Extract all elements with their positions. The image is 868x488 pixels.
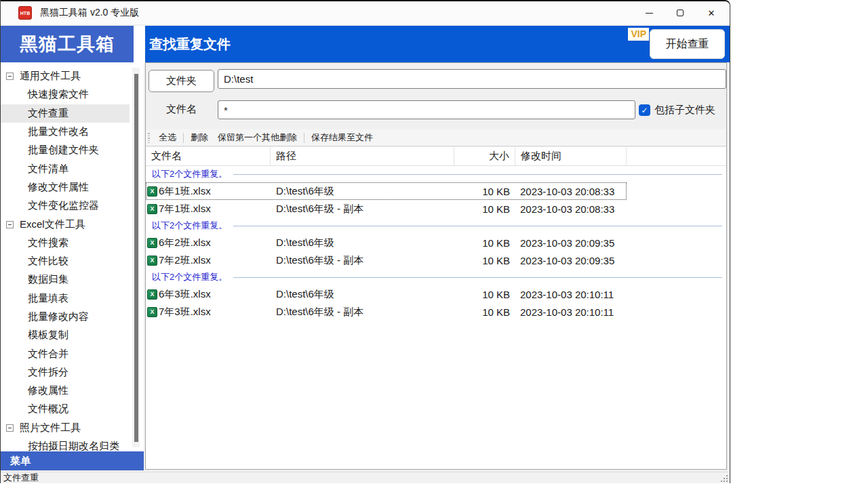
cell-size: 10 KB [454,237,515,249]
resize-grip-icon[interactable] [719,474,728,482]
table-row[interactable]: X7年1班.xlsxD:\test\6年级 - 副本10 KB2023-10-0… [146,200,627,218]
filename-text: 7年2班.xlsx [159,254,211,267]
cell-modified-time: 2023-10-03 20:09:35 [515,237,627,249]
close-icon: ✕ [708,8,715,18]
sidebar-item-label: 批量文件改名 [28,125,89,138]
column-header-time[interactable]: 修改时间 [515,147,627,165]
sidebar-item-1-7[interactable]: 文件拆分 [1,363,130,382]
duplicate-group-label: 以下2个文件重复。 [152,220,227,232]
sidebar-item-0-2[interactable]: 批量文件改名 [1,123,130,141]
sidebar-item-0-1[interactable]: 文件查重 [1,104,130,123]
status-bar: 文件查重 [1,472,730,483]
collapse-minus-icon[interactable] [6,221,14,228]
duplicate-group-header: 以下2个文件重复。 [146,166,726,182]
toolbar-button-0[interactable]: 全选 [154,131,181,145]
toolbar-button-1[interactable]: 删除 [186,131,213,145]
folder-path-input[interactable] [218,69,726,89]
maximize-button[interactable] [665,1,696,24]
sidebar-group-label: Excel文件工具 [20,218,85,231]
sidebar-item-1-6[interactable]: 文件合并 [1,344,130,363]
titlebar: HTB 黑猫工具箱 v2.0 专业版 ✕ [1,1,730,24]
cell-path: D:\test\6年级 [271,185,454,198]
table-row[interactable]: X6年1班.xlsxD:\test\6年级10 KB2023-10-03 20:… [146,182,627,200]
duplicate-group-label: 以下2个文件重复。 [152,168,227,180]
duplicate-group-header: 以下2个文件重复。 [146,218,726,234]
app-brand: 黑猫工具箱 [1,26,134,62]
column-header-path[interactable]: 路径 [271,147,454,165]
table-row[interactable]: X7年3班.xlsxD:\test\6年级 - 副本10 KB2023-10-0… [146,303,627,321]
table-row[interactable]: X6年3班.xlsxD:\test\6年级10 KB2023-10-03 20:… [146,285,627,303]
toolbar-button-3[interactable]: 保存结果至文件 [307,131,378,145]
cell-filename: X6年2班.xlsx [146,237,271,249]
sidebar-item-2-0[interactable]: 按拍摄日期改名归类 [1,437,130,451]
sidebar-item-0-0[interactable]: 快速搜索文件 [1,85,130,104]
menu-bar[interactable]: 菜单 [1,451,144,470]
excel-file-icon: X [147,186,157,197]
sidebar-group-label: 照片文件工具 [20,422,81,434]
cell-modified-time: 2023-10-03 20:10:11 [515,289,627,300]
sidebar-item-1-9[interactable]: 文件概况 [1,400,130,418]
cell-size: 10 KB [454,306,515,318]
screen: HTB 黑猫工具箱 v2.0 专业版 ✕ 黑猫工具箱 查找重复文件 VIP 开始… [0,0,868,488]
include-subfolders-checkbox[interactable]: ✓ [639,104,650,116]
cell-path: D:\test\6年级 - 副本 [271,203,454,216]
filename-label: 文件名 [149,100,214,119]
sidebar-item-1-5[interactable]: 模板复制 [1,326,130,344]
collapse-minus-icon[interactable] [6,73,14,80]
sidebar-item-label: 文件查重 [28,107,68,120]
group-separator-line [233,174,722,175]
filename-text: 6年2班.xlsx [159,237,211,249]
sidebar-item-0-4[interactable]: 文件清单 [1,159,130,178]
sidebar-item-1-0[interactable]: 文件搜索 [1,234,130,252]
sidebar-group-0[interactable]: 通用文件工具 [1,67,130,85]
status-text: 文件查重 [3,472,39,484]
cell-modified-time: 2023-10-03 20:09:35 [515,255,627,266]
sidebar-scrollbar-thumb[interactable] [134,74,138,442]
sidebar-group-1[interactable]: Excel文件工具 [1,215,130,233]
cell-modified-time: 2023-10-03 20:08:33 [515,203,627,215]
page-header: 查找重复文件 VIP 开始查重 [145,26,730,62]
toolbar-grip-icon[interactable] [148,133,150,143]
cell-path: D:\test\6年级 - 副本 [271,254,454,267]
cell-size: 10 KB [454,186,515,197]
sidebar-item-1-3[interactable]: 批量填表 [1,289,130,308]
table-row[interactable]: X7年2班.xlsxD:\test\6年级 - 副本10 KB2023-10-0… [146,251,627,269]
toolbar-button-2[interactable]: 保留第一个其他删除 [213,131,302,145]
table-body: 以下2个文件重复。X6年1班.xlsxD:\test\6年级10 KB2023-… [146,166,726,321]
duplicate-group-label: 以下2个文件重复。 [152,271,227,283]
collapse-minus-icon[interactable] [6,424,14,432]
sidebar-item-label: 修改属性 [28,384,68,397]
sidebar-scrollbar[interactable] [132,68,140,447]
sidebar-item-label: 文件概况 [28,403,68,415]
sidebar-item-0-3[interactable]: 批量创建文件夹 [1,141,130,159]
column-header-empty [627,147,726,165]
sidebar-item-0-6[interactable]: 文件变化监控器 [1,197,130,215]
sidebar-group-2[interactable]: 照片文件工具 [1,419,130,437]
sidebar-item-label: 文件比较 [28,255,68,268]
table-row[interactable]: X6年2班.xlsxD:\test\6年级10 KB2023-10-03 20:… [146,234,627,251]
app-icon: HTB [18,6,32,20]
sidebar-item-1-4[interactable]: 批量修改内容 [1,308,130,326]
window-controls: ✕ [633,1,727,24]
app-window: HTB 黑猫工具箱 v2.0 专业版 ✕ 黑猫工具箱 查找重复文件 VIP 开始… [0,0,730,483]
cell-modified-time: 2023-10-03 20:08:33 [515,186,627,197]
filename-pattern-input[interactable] [218,100,635,119]
filename-text: 6年1班.xlsx [159,185,211,198]
folder-button[interactable]: 文件夹 [149,70,214,92]
cell-filename: X6年1班.xlsx [146,185,271,198]
close-button[interactable]: ✕ [696,1,727,24]
minimize-button[interactable] [633,1,665,24]
cell-path: D:\test\6年级 - 副本 [271,306,454,319]
sidebar-item-1-8[interactable]: 修改属性 [1,382,130,400]
sidebar-item-1-2[interactable]: 数据归集 [1,270,130,289]
column-header-name[interactable]: 文件名 [146,147,271,165]
header-gap [134,26,145,62]
column-header-size[interactable]: 大小 [454,147,515,165]
sidebar-item-label: 批量修改内容 [28,310,89,323]
sidebar-group-label: 通用文件工具 [20,70,81,83]
excel-file-icon: X [147,238,157,248]
start-scan-button[interactable]: 开始查重 [650,29,725,59]
sidebar-item-1-1[interactable]: 文件比较 [1,252,130,270]
sidebar-item-label: 批量填表 [28,292,68,305]
sidebar-item-0-5[interactable]: 修改文件属性 [1,178,130,197]
